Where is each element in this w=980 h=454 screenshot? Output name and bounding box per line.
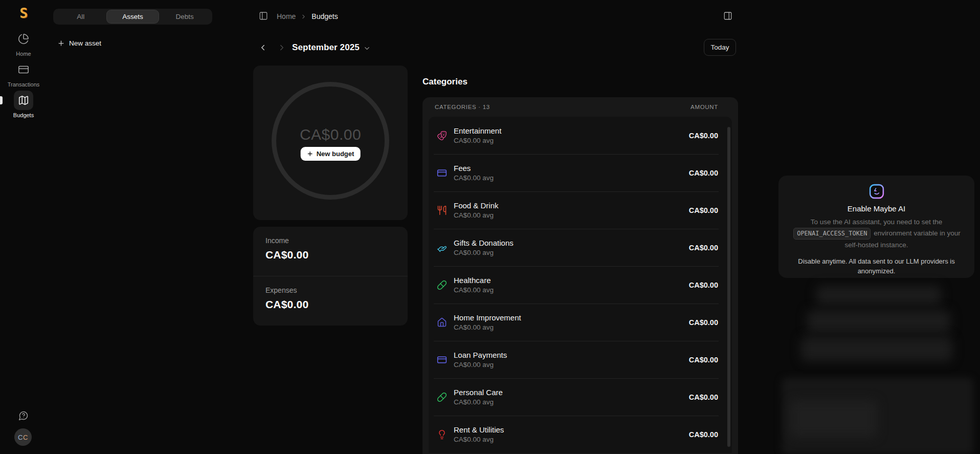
expenses-block: Expenses CA$0.00: [253, 276, 408, 325]
category-name: Fees: [454, 164, 494, 172]
category-row[interactable]: Entertainment CA$0.00 avg CA$0.00: [429, 117, 732, 154]
income-label: Income: [265, 236, 395, 245]
income-value: CA$0.00: [265, 249, 395, 261]
category-average: CA$0.00 avg: [454, 361, 507, 369]
avatar[interactable]: CC: [14, 428, 32, 446]
categories-count-header: CATEGORIES · 13: [435, 104, 490, 110]
category-name: Gifts & Donations: [454, 239, 514, 247]
category-amount: CA$0.00: [689, 132, 718, 140]
expenses-label: Expenses: [265, 286, 395, 294]
sidebar-item-home[interactable]: Home: [0, 29, 47, 57]
category-row[interactable]: Rent & Utilities CA$0.00 avg CA$0.00: [429, 416, 732, 453]
credit-card-icon: [437, 355, 447, 365]
category-row[interactable]: Home Improvement CA$0.00 avg CA$0.00: [429, 304, 732, 341]
chevron-down-icon: [363, 45, 371, 52]
category-amount: CA$0.00: [689, 281, 718, 289]
sidebar-item-label: Budgets: [0, 112, 47, 118]
category-row[interactable]: Food & Drink CA$0.00 avg CA$0.00: [429, 191, 732, 229]
income-block: Income CA$0.00: [253, 227, 408, 276]
new-budget-button[interactable]: New budget: [301, 147, 361, 161]
utensils-icon: [437, 205, 447, 215]
app-logo[interactable]: S: [0, 5, 47, 21]
masks-icon: [437, 131, 447, 141]
plus-icon: [57, 39, 65, 47]
new-asset-button[interactable]: New asset: [57, 37, 101, 49]
lightbulb-icon: [437, 429, 447, 440]
ai-body-text: To use the AI assistant, you need to set…: [811, 218, 942, 226]
category-amount: CA$0.00: [689, 206, 718, 214]
budget-donut-card: CA$0.00 New budget: [253, 66, 408, 220]
blurred-suggestion: [807, 310, 950, 333]
ai-panel-note: Disable anytime. All data sent to our LL…: [778, 257, 974, 276]
pill-icon: [437, 280, 447, 290]
category-average: CA$0.00 avg: [454, 323, 521, 331]
category-row[interactable]: Gifts & Donations CA$0.00 avg CA$0.00: [429, 229, 732, 266]
category-average: CA$0.00 avg: [454, 249, 514, 256]
previous-month-button[interactable]: [258, 43, 268, 52]
income-expenses-card: Income CA$0.00 Expenses CA$0.00: [253, 227, 408, 326]
category-average: CA$0.00 avg: [454, 174, 494, 182]
period-label: September 2025: [292, 42, 360, 53]
map-icon: [18, 95, 29, 106]
new-budget-label: New budget: [317, 150, 354, 158]
expenses-value: CA$0.00: [265, 298, 395, 311]
chevron-right-icon: [300, 13, 307, 20]
categories-title: Categories: [422, 77, 467, 87]
categories-table-header: CATEGORIES · 13 AMOUNT: [422, 97, 738, 117]
env-token-chip: OPENAI_ACCESS_TOKEN: [793, 228, 871, 240]
category-name: Food & Drink: [454, 201, 499, 210]
category-amount: CA$0.00: [689, 244, 718, 252]
tab-all[interactable]: All: [55, 10, 107, 23]
breadcrumb-home[interactable]: Home: [277, 12, 296, 20]
amount-header: AMOUNT: [691, 104, 718, 110]
enable-ai-panel: Enable Maybe AI To use the AI assistant,…: [778, 176, 974, 278]
category-name: Healthcare: [454, 276, 494, 285]
category-name: Rent & Utilities: [454, 425, 504, 434]
category-amount: CA$0.00: [689, 169, 718, 177]
panel-right-icon[interactable]: [723, 11, 732, 20]
blurred-suggestion: [801, 337, 952, 361]
category-row[interactable]: Healthcare CA$0.00 avg CA$0.00: [429, 266, 732, 304]
avatar-initial: C: [18, 434, 23, 441]
breadcrumb-current: Budgets: [311, 12, 338, 20]
category-amount: CA$0.00: [689, 393, 718, 401]
category-average: CA$0.00 avg: [454, 211, 499, 219]
credit-card-icon: [18, 64, 29, 75]
help-bubble-icon[interactable]: [18, 410, 29, 421]
category-amount: CA$0.00: [689, 430, 718, 439]
category-average: CA$0.00 avg: [454, 398, 503, 406]
avatar-initial: C: [23, 434, 28, 441]
scrollbar-thumb[interactable]: [727, 127, 730, 447]
pill-icon: [437, 392, 447, 402]
category-name: Personal Care: [454, 388, 503, 397]
next-month-button[interactable]: [277, 43, 286, 52]
category-row[interactable]: Fees CA$0.00 avg CA$0.00: [429, 154, 732, 191]
tab-debts[interactable]: Debts: [159, 10, 211, 23]
new-asset-label: New asset: [69, 39, 101, 47]
ai-panel-title: Enable Maybe AI: [778, 204, 974, 213]
active-nav-indicator: [0, 96, 3, 104]
pie-chart-icon: [18, 33, 29, 45]
today-button[interactable]: Today: [704, 39, 736, 56]
sidebar-item-budgets[interactable]: Budgets: [0, 91, 47, 118]
category-row[interactable]: Personal Care CA$0.00 avg CA$0.00: [429, 378, 732, 416]
category-amount: CA$0.00: [689, 356, 718, 364]
category-average: CA$0.00 avg: [454, 137, 501, 144]
house-icon: [437, 317, 447, 328]
maybe-ai-icon: [869, 184, 884, 199]
account-type-tabs: All Assets Debts: [53, 9, 212, 25]
ai-panel-body: To use the AI assistant, you need to set…: [778, 217, 974, 251]
blurred-suggestion: [816, 286, 941, 305]
budget-total: CA$0.00: [253, 126, 408, 143]
sidebar-item-transactions[interactable]: Transactions: [0, 60, 47, 88]
breadcrumb: Home Budgets: [277, 12, 338, 20]
categories-card: CATEGORIES · 13 AMOUNT Entertainment CA$…: [422, 97, 738, 454]
plus-icon: [307, 150, 314, 157]
period-selector[interactable]: September 2025: [292, 42, 371, 53]
credit-card-icon: [437, 168, 447, 178]
category-amount: CA$0.00: [689, 318, 718, 327]
tab-assets[interactable]: Assets: [107, 10, 159, 23]
panel-left-icon[interactable]: [259, 11, 268, 20]
category-row[interactable]: Loan Payments CA$0.00 avg CA$0.00: [429, 341, 732, 378]
sidebar-item-label: Home: [0, 51, 47, 57]
